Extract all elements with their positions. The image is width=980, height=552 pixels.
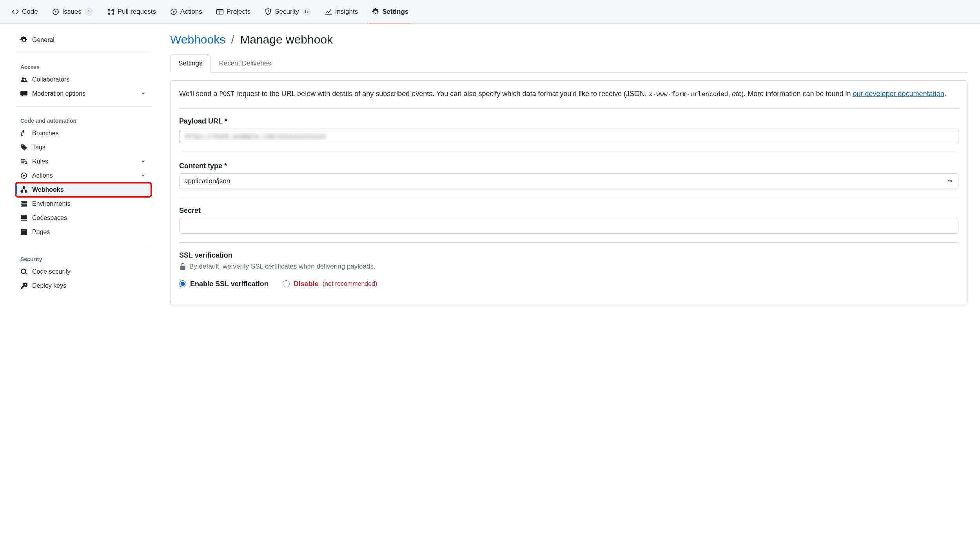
settings-sidebar: General Access Collaborators Moderation … [0, 24, 161, 314]
developer-docs-link[interactable]: our developer documentation [853, 90, 944, 98]
nav-actions[interactable]: Actions [165, 0, 208, 24]
breadcrumb-root[interactable]: Webhooks [170, 33, 225, 46]
security-count-badge: 6 [302, 7, 311, 16]
nav-pull-requests[interactable]: Pull requests [102, 0, 162, 24]
sidebar-item-code-security[interactable]: Code security [16, 265, 151, 279]
nav-insights[interactable]: Insights [319, 0, 364, 24]
sidebar-item-label: Webhooks [32, 186, 64, 193]
nav-actions-label: Actions [180, 8, 202, 16]
code-scan-icon [20, 268, 27, 275]
nav-issues-label: Issues [62, 8, 82, 16]
lock-icon [179, 263, 186, 270]
sidebar-item-label: Codespaces [32, 214, 67, 222]
sidebar-item-label: Tags [32, 144, 45, 151]
gear-icon [20, 36, 27, 44]
field-secret: Secret [179, 207, 958, 243]
sidebar-item-codespaces[interactable]: Codespaces [16, 211, 151, 225]
intro-text: We'll send a POST request to the URL bel… [179, 89, 958, 109]
sidebar-item-rules[interactable]: Rules [16, 154, 151, 169]
svg-point-0 [55, 11, 56, 13]
repo-top-nav: Code Issues 1 Pull requests Actions Proj… [0, 0, 980, 24]
browser-icon [20, 229, 27, 236]
payload-url-label: Payload URL * [179, 117, 958, 125]
content-type-label: Content type * [179, 162, 958, 170]
webhook-tabs: Settings Recent Deliveries [170, 54, 967, 73]
nav-projects-label: Projects [227, 8, 250, 16]
divider [16, 106, 151, 107]
play-circle-icon [170, 8, 177, 15]
nav-code[interactable]: Code [6, 0, 44, 24]
ssl-enable-radio[interactable] [179, 280, 186, 287]
sidebar-item-pages[interactable]: Pages [16, 225, 151, 239]
breadcrumb-separator: / [231, 33, 234, 46]
ssl-sub-text: By default, we verify SSL certificates w… [189, 263, 376, 271]
code-encoding: x-www-form-urlencoded [649, 90, 728, 98]
sidebar-item-environments[interactable]: Environments [16, 197, 151, 211]
code-icon [12, 8, 19, 15]
sidebar-section-code-auto: Code and automation [16, 112, 151, 126]
nav-pulls-label: Pull requests [118, 8, 156, 16]
ssl-disable-option[interactable]: Disable (not recommended) [283, 280, 377, 288]
sidebar-item-collaborators[interactable]: Collaborators [16, 73, 151, 87]
chevron-down-icon [140, 158, 147, 165]
main-content: Webhooks / Manage webhook Settings Recen… [161, 24, 980, 314]
nav-settings[interactable]: Settings [367, 0, 414, 24]
sidebar-item-label: Code security [32, 268, 71, 275]
divider [16, 245, 151, 245]
key-icon [20, 282, 27, 289]
branch-icon [20, 130, 27, 137]
ssl-disable-radio[interactable] [283, 280, 290, 287]
comment-icon [20, 90, 27, 97]
shield-icon [265, 8, 272, 15]
sidebar-section-security: Security [16, 251, 151, 265]
tag-icon [20, 144, 27, 151]
nav-issues[interactable]: Issues 1 [47, 0, 99, 24]
webhook-icon [20, 186, 27, 193]
breadcrumb: Webhooks / Manage webhook [170, 33, 967, 46]
field-content-type: Content type * application/json [179, 162, 958, 198]
payload-url-input[interactable] [179, 129, 958, 144]
sidebar-item-label: Environments [32, 200, 71, 207]
play-circle-icon [20, 172, 27, 179]
graph-icon [325, 8, 332, 15]
sidebar-item-label: Moderation options [32, 90, 85, 97]
sidebar-item-tags[interactable]: Tags [16, 140, 151, 154]
people-icon [20, 76, 27, 83]
nav-settings-label: Settings [382, 8, 408, 16]
pull-request-icon [107, 8, 114, 15]
table-icon [216, 8, 223, 15]
ssl-enable-label: Enable SSL verification [190, 280, 269, 288]
nav-projects[interactable]: Projects [211, 0, 256, 24]
sidebar-item-label: Collaborators [32, 76, 69, 83]
tab-recent-deliveries[interactable]: Recent Deliveries [211, 54, 279, 73]
webhook-settings-panel: We'll send a POST request to the URL bel… [170, 80, 967, 305]
breadcrumb-current: Manage webhook [240, 33, 333, 46]
sidebar-item-actions[interactable]: Actions [16, 169, 151, 183]
code-post: POST [219, 90, 234, 98]
nav-insights-label: Insights [335, 8, 358, 16]
nav-security[interactable]: Security 6 [259, 0, 316, 24]
sidebar-item-label: Actions [32, 172, 53, 179]
ssl-disable-label: Disable [294, 280, 319, 288]
sidebar-item-general[interactable]: General [16, 33, 151, 47]
codespaces-icon [20, 214, 27, 222]
chevron-down-icon [140, 172, 147, 179]
divider [16, 53, 151, 53]
server-icon [20, 200, 27, 207]
ssl-enable-option[interactable]: Enable SSL verification [179, 280, 269, 288]
sidebar-item-webhooks[interactable]: Webhooks [16, 183, 151, 197]
tab-settings[interactable]: Settings [170, 54, 211, 73]
nav-security-label: Security [275, 8, 299, 16]
field-ssl-verification: SSL verification By default, we verify S… [179, 251, 958, 288]
sidebar-item-moderation[interactable]: Moderation options [16, 87, 151, 101]
sidebar-item-branches[interactable]: Branches [16, 126, 151, 140]
secret-label: Secret [179, 207, 958, 215]
field-payload-url: Payload URL * [179, 117, 958, 153]
content-type-select[interactable]: application/json [179, 173, 958, 189]
issues-icon [52, 8, 59, 15]
sidebar-item-label: Branches [32, 130, 59, 137]
sidebar-item-deploy-keys[interactable]: Deploy keys [16, 279, 151, 293]
rules-icon [20, 158, 27, 165]
sidebar-item-label: General [32, 36, 54, 44]
secret-input[interactable] [179, 218, 958, 234]
